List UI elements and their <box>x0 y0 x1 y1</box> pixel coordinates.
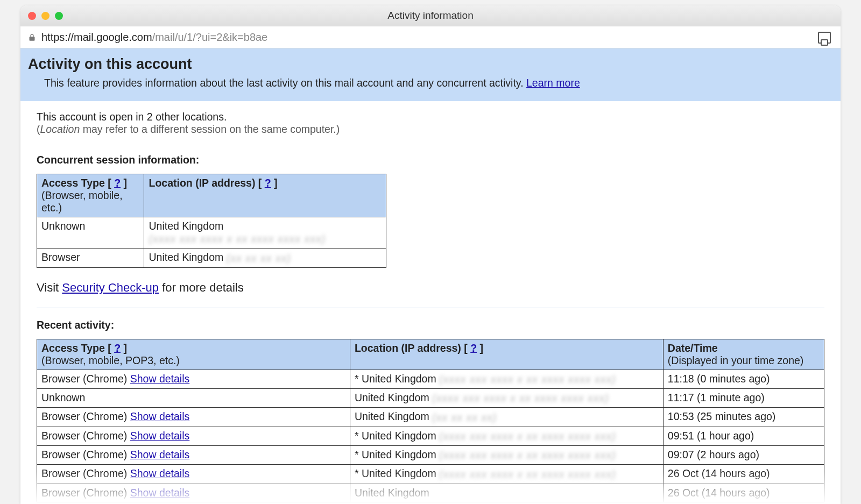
table-row: Browser (Chrome) Show details United Kin… <box>37 484 824 502</box>
cell-location: United Kingdom (xx xx xx xx) <box>144 249 386 267</box>
cell-datetime: 10:53 (25 minutes ago) <box>663 408 824 427</box>
divider <box>37 308 824 308</box>
cell-location: United Kingdom (xxxx xxx xxxx x xx xxxx … <box>350 389 663 408</box>
show-details-link[interactable]: Show details <box>130 410 190 422</box>
open-locations-line1: This account is open in 2 other location… <box>37 111 824 123</box>
security-checkup-line: Visit Security Check-up for more details <box>37 281 824 295</box>
cell-location: United Kingdom (xx xx xx xx) <box>350 408 663 427</box>
cell-access-type: Browser (Chrome) Show details <box>37 484 350 502</box>
page-content: Activity on this account This feature pr… <box>20 48 841 504</box>
cell-datetime: 11:17 (1 minute ago) <box>663 389 824 408</box>
url-host: mail.google.com <box>74 31 152 44</box>
cell-access-type: Browser (Chrome) Show details <box>37 465 350 484</box>
titlebar: Activity information <box>20 5 841 26</box>
fullscreen-window-button[interactable] <box>55 12 63 20</box>
help-location-link[interactable]: ? <box>265 177 271 189</box>
url-path: /mail/u/1/?ui=2&ik=b8ae <box>152 31 268 44</box>
recent-activity-heading: Recent activity: <box>37 319 824 331</box>
window-controls <box>28 12 63 20</box>
cell-datetime: 09:51 (1 hour ago) <box>663 427 824 445</box>
window-title: Activity information <box>387 10 473 22</box>
cell-access-type: Browser <box>37 249 144 267</box>
show-details-link[interactable]: Show details <box>130 487 190 499</box>
responsive-mode-icon[interactable] <box>818 32 831 44</box>
learn-more-link[interactable]: Learn more <box>526 77 580 89</box>
table-row: Browser (Chrome) Show details * United K… <box>37 370 824 388</box>
table-row: Browser (Chrome) Show details * United K… <box>37 446 824 465</box>
table-row: Browser United Kingdom (xx xx xx xx) <box>37 249 386 267</box>
cell-location: United Kingdom (xxxx xxx xxxx x xx xxxx … <box>144 217 386 249</box>
table-row: Unknown United Kingdom (xxxx xxx xxxx x … <box>37 217 386 249</box>
table-row: Browser (Chrome) Show details * United K… <box>37 465 824 484</box>
table-row: Browser (Chrome) Show details * United K… <box>37 427 824 445</box>
concurrent-heading: Concurrent session information: <box>37 154 824 166</box>
concurrent-col-location: Location (IP address) [ ? ] <box>144 174 386 217</box>
close-window-button[interactable] <box>28 12 36 20</box>
window-frame: Activity information https://mail.google… <box>20 5 841 504</box>
page-heading: Activity on this account <box>28 56 831 73</box>
cell-datetime: 26 Oct (14 hours ago) <box>663 484 824 502</box>
help-access-type-link[interactable]: ? <box>114 177 121 189</box>
recent-col-access-type: Access Type [ ? ] (Browser, mobile, POP3… <box>37 339 350 370</box>
cell-access-type: Unknown <box>37 217 144 249</box>
address-bar[interactable]: https://mail.google.com/mail/u/1/?ui=2&i… <box>20 26 841 48</box>
recent-col-location: Location (IP address) [ ? ] <box>350 339 663 370</box>
cell-location: * United Kingdom (xxxx xxx xxxx x xx xxx… <box>350 446 663 465</box>
open-locations-note: (Location may refer to a different sessi… <box>37 123 824 136</box>
cell-datetime: 11:18 (0 minutes ago) <box>663 370 824 388</box>
cell-access-type: Browser (Chrome) Show details <box>37 427 350 445</box>
help-access-type-link[interactable]: ? <box>114 342 121 354</box>
cell-location: * United Kingdom (xxxx xxx xxxx x xx xxx… <box>350 465 663 484</box>
recent-activity-table: Access Type [ ? ] (Browser, mobile, POP3… <box>37 339 824 502</box>
cell-access-type: Unknown <box>37 389 350 408</box>
security-checkup-link[interactable]: Security Check-up <box>62 281 159 294</box>
cell-location: United Kingdom <box>350 484 663 502</box>
cell-location: * United Kingdom (xxxx xxx xxxx x xx xxx… <box>350 427 663 445</box>
concurrent-session-table: Access Type [ ? ] (Browser, mobile, etc.… <box>37 174 386 268</box>
cell-access-type: Browser (Chrome) Show details <box>37 446 350 465</box>
cell-location: * United Kingdom (xxxx xxx xxxx x xx xxx… <box>350 370 663 388</box>
cell-datetime: 09:07 (2 hours ago) <box>663 446 824 465</box>
concurrent-col-access-type: Access Type [ ? ] (Browser, mobile, etc.… <box>37 174 144 217</box>
show-details-link[interactable]: Show details <box>130 449 190 460</box>
help-location-link[interactable]: ? <box>470 342 477 354</box>
show-details-link[interactable]: Show details <box>130 373 190 385</box>
banner: Activity on this account This feature pr… <box>20 48 841 101</box>
url-prefix: https:// <box>41 31 74 44</box>
banner-description: This feature provides information about … <box>44 77 831 89</box>
cell-access-type: Browser (Chrome) Show details <box>37 408 350 427</box>
lock-icon <box>28 33 36 41</box>
minimize-window-button[interactable] <box>41 12 50 20</box>
table-row: Unknown United Kingdom (xxxx xxx xxxx x … <box>37 389 824 408</box>
recent-col-datetime: Date/Time (Displayed in your time zone) <box>663 339 824 370</box>
cell-datetime: 26 Oct (14 hours ago) <box>663 465 824 484</box>
show-details-link[interactable]: Show details <box>130 467 190 479</box>
show-details-link[interactable]: Show details <box>130 430 190 442</box>
table-row: Browser (Chrome) Show details United Kin… <box>37 408 824 427</box>
cell-access-type: Browser (Chrome) Show details <box>37 370 350 388</box>
